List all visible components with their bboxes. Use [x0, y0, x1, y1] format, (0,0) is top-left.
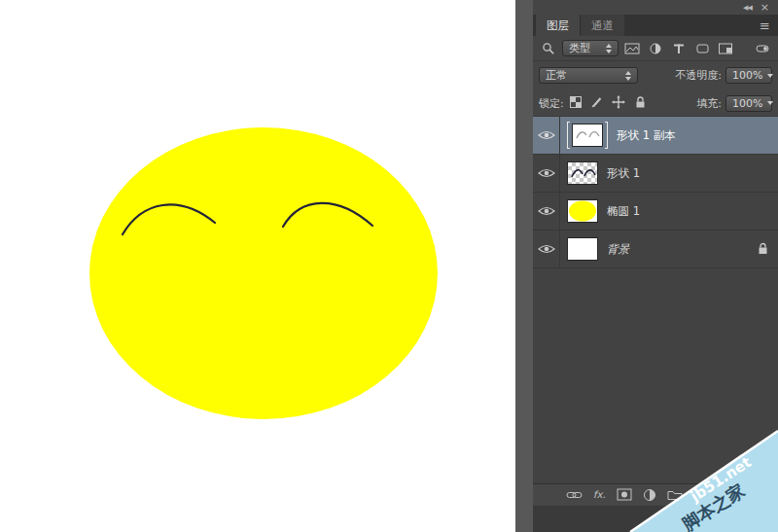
panel-menu-icon[interactable]: ≡ — [752, 15, 778, 36]
panel-tab-bar: 图层 通道 ≡ — [533, 15, 778, 36]
link-layers-icon[interactable] — [566, 488, 583, 502]
eye-icon — [538, 243, 555, 255]
layer-name[interactable]: 背景 — [607, 242, 629, 257]
lock-position-icon[interactable] — [612, 95, 625, 112]
layer-thumbnail — [572, 124, 603, 147]
dropdown-spin-icon — [606, 44, 612, 53]
new-group-folder-icon[interactable] — [667, 488, 683, 501]
opacity-dropdown[interactable]: 100% — [725, 67, 772, 84]
panel-footer-strip — [533, 506, 778, 532]
layer-name[interactable]: 形状 1 副本 — [617, 128, 676, 143]
vector-mask-thumbnail[interactable] — [567, 122, 608, 149]
dropdown-spin-icon — [625, 71, 631, 81]
search-icon — [539, 40, 558, 57]
lock-transparency-icon[interactable] — [570, 96, 582, 111]
visibility-toggle[interactable] — [533, 231, 560, 267]
delete-layer-trash-icon[interactable] — [693, 488, 706, 502]
lock-all-icon[interactable] — [634, 95, 647, 112]
background-lock-icon — [758, 242, 768, 258]
layer-thumbnail — [567, 237, 598, 261]
layer-thumbnail — [567, 199, 598, 223]
opacity-label: 不透明度: — [675, 68, 722, 83]
fill-label: 填充: — [696, 96, 722, 111]
fill-value: 100% — [732, 97, 762, 110]
layer-row-ellipse1[interactable]: 椭圆 1 — [533, 193, 778, 231]
blend-mode-dropdown[interactable]: 正常 — [539, 67, 638, 84]
layer-row-shape1-copy[interactable]: 形状 1 副本 — [533, 117, 778, 155]
dropdown-caret-icon — [767, 74, 773, 78]
layers-panel-bottom-bar: fx. — [533, 483, 778, 505]
filter-kind-dropdown[interactable]: 类型 — [562, 40, 619, 56]
pixel-layers-filter-icon[interactable] — [622, 40, 642, 57]
layer-thumbnail-cell[interactable] — [567, 161, 598, 185]
layer-style-fx-icon[interactable]: fx. — [593, 489, 606, 500]
lock-label: 锁定: — [539, 96, 564, 111]
close-panel-icon[interactable]: × — [760, 2, 769, 13]
tab-channels[interactable]: 通道 — [580, 15, 624, 36]
layer-row-background[interactable]: 背景 — [533, 231, 778, 268]
smiley-drawing — [0, 0, 515, 532]
visibility-toggle[interactable] — [533, 117, 560, 154]
adjustment-layers-filter-icon[interactable] — [646, 40, 665, 57]
layers-list: 形状 1 副本 形状 1 — [533, 117, 778, 483]
filter-kind-label: 类型 — [569, 41, 590, 55]
eye-icon — [538, 129, 555, 141]
photoshop-window: ◀◀ × 图层 通道 ≡ 类型 — [0, 0, 778, 532]
visibility-toggle[interactable] — [533, 193, 560, 230]
blend-mode-value: 正常 — [546, 68, 567, 83]
layer-name[interactable]: 椭圆 1 — [607, 204, 640, 219]
lock-buttons — [570, 95, 647, 112]
mask-bracket-right — [605, 122, 608, 149]
smart-object-filter-icon[interactable] — [716, 40, 735, 57]
eye-icon — [538, 205, 555, 217]
fill-dropdown[interactable]: 100% — [725, 95, 772, 112]
yellow-ellipse-shape — [89, 127, 438, 419]
lock-paint-icon[interactable] — [590, 95, 603, 111]
layer-filter-row: 类型 — [533, 36, 778, 61]
visibility-toggle[interactable] — [533, 155, 560, 192]
mask-bracket-left — [567, 122, 570, 149]
dropdown-caret-icon — [767, 101, 773, 105]
lock-row: 锁定: 填充: 100% — [533, 90, 778, 117]
layer-name[interactable]: 形状 1 — [607, 166, 640, 181]
type-layers-filter-icon[interactable] — [669, 40, 689, 57]
shape-layers-filter-icon[interactable] — [692, 40, 712, 57]
layer-row-shape1[interactable]: 形状 1 — [533, 155, 778, 193]
filter-toggle-icon[interactable] — [753, 40, 772, 57]
panel-titlebar: ◀◀ × — [533, 0, 778, 15]
add-mask-icon[interactable] — [617, 488, 632, 501]
blend-mode-row: 正常 不透明度: 100% — [533, 62, 778, 89]
layer-thumbnail — [567, 161, 598, 185]
panel-gutter — [515, 0, 533, 532]
layers-panel: ◀◀ × 图层 通道 ≡ 类型 — [533, 0, 778, 532]
tab-layers[interactable]: 图层 — [536, 15, 580, 36]
opacity-value: 100% — [732, 69, 762, 82]
document-canvas[interactable] — [0, 0, 515, 532]
layer-thumbnail-cell[interactable] — [567, 237, 598, 261]
new-adjustment-layer-icon[interactable] — [643, 488, 656, 502]
layer-thumbnail-cell[interactable] — [567, 199, 598, 223]
eye-icon — [538, 167, 555, 179]
collapse-panel-icon[interactable]: ◀◀ — [743, 4, 752, 12]
